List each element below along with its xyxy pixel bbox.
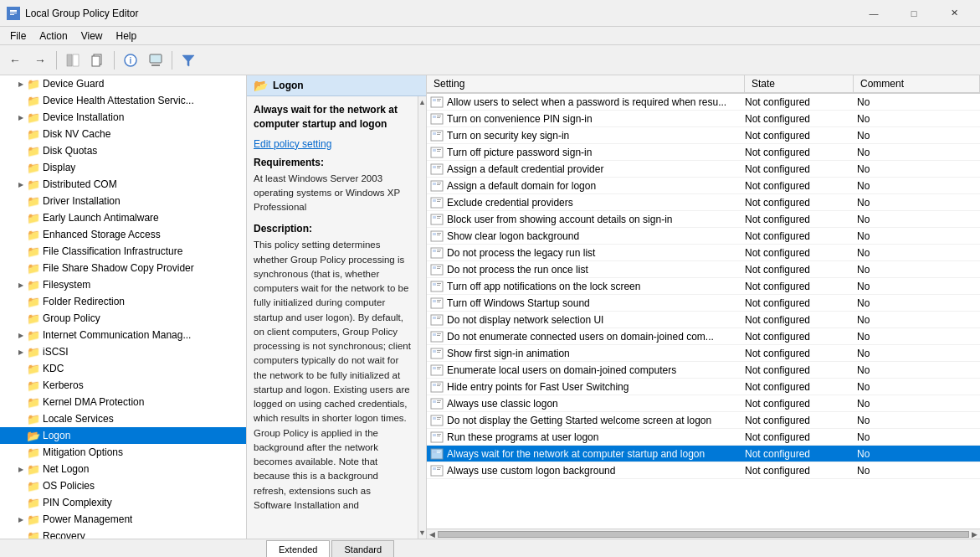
sidebar-item-driver-install[interactable]: ▶ 📁 Driver Installation	[0, 193, 246, 209]
table-row[interactable]: Block user from showing account details …	[427, 211, 980, 228]
back-button[interactable]: ←	[3, 49, 27, 72]
table-row[interactable]: Do not display network selection UI Not …	[427, 312, 980, 328]
table-row[interactable]: Show clear logon background Not configur…	[427, 228, 980, 245]
table-row[interactable]: Always use custom logon background Not c…	[427, 462, 980, 479]
sidebar-label-mitigation: Mitigation Options	[43, 446, 123, 458]
row-comment-0: No	[854, 96, 980, 108]
col-header-comment[interactable]: Comment	[854, 75, 980, 92]
copy-button[interactable]	[86, 49, 110, 72]
sidebar-item-logon[interactable]: ▶ 📂 Logon	[0, 427, 246, 444]
edit-policy-link[interactable]: Edit policy setting	[254, 138, 411, 150]
filter-button[interactable]	[177, 49, 200, 72]
sidebar-item-file-classification[interactable]: ▶ 📁 File Classification Infrastructure	[0, 243, 246, 260]
svg-rect-95	[437, 434, 441, 435]
svg-rect-90	[433, 417, 436, 420]
table-row[interactable]: Show first sign-in animation Not configu…	[427, 345, 980, 362]
show-hide-button[interactable]	[61, 49, 85, 72]
table-row[interactable]: Exclude credential providers Not configu…	[427, 194, 980, 211]
window-title: Local Group Policy Editor	[25, 8, 138, 19]
sidebar-item-iscsi[interactable]: ▶ 📁 iSCSI	[0, 343, 246, 360]
col-header-state[interactable]: State	[745, 75, 854, 92]
sidebar-item-kdc[interactable]: ▶ 📁 KDC	[0, 360, 246, 377]
table-row[interactable]: Turn off Windows Startup sound Not confi…	[427, 295, 980, 312]
sidebar-item-os-policies[interactable]: ▶ 📁 OS Policies	[0, 477, 246, 494]
table-row[interactable]: Do not process the run once list Not con…	[427, 261, 980, 278]
sidebar-item-pin-complexity[interactable]: ▶ 📁 PIN Complexity	[0, 494, 246, 511]
row-comment-17: No	[854, 381, 980, 393]
menu-help[interactable]: Help	[110, 28, 144, 44]
table-row[interactable]: Do not process the legacy run list Not c…	[427, 245, 980, 261]
sidebar-item-early-launch[interactable]: ▶ 📁 Early Launch Antimalware	[0, 209, 246, 226]
menu-file[interactable]: File	[3, 28, 33, 44]
sidebar-item-kerberos[interactable]: ▶ 📁 Kerberos	[0, 377, 246, 394]
sidebar-item-group-policy[interactable]: ▶ 📁 Group Policy	[0, 310, 246, 327]
folder-icon-file-share: 📁	[27, 261, 40, 275]
sidebar-item-device-guard[interactable]: ▶ 📁 Device Guard	[0, 75, 246, 92]
scroll-left-arrow[interactable]: ◀	[427, 530, 438, 539]
sidebar-item-kernel-dma[interactable]: ▶ 📁 Kernel DMA Protection	[0, 394, 246, 410]
table-row[interactable]: Enumerate local users on domain-joined c…	[427, 362, 980, 379]
sidebar-item-display[interactable]: ▶ 📁 Display	[0, 159, 246, 176]
row-setting-19: Do not display the Getting Started welco…	[447, 415, 745, 426]
menu-action[interactable]: Action	[33, 28, 74, 44]
horizontal-scrollbar[interactable]: ◀ ▶	[427, 529, 980, 539]
sidebar-item-file-share[interactable]: ▶ 📁 File Share Shadow Copy Provider	[0, 260, 246, 276]
row-icon-14	[427, 331, 447, 343]
table-row[interactable]: Turn off picture password sign-in Not co…	[427, 144, 980, 161]
info-button[interactable]: i	[119, 49, 142, 72]
svg-rect-7	[92, 56, 100, 66]
sidebar-item-disk-quotas[interactable]: ▶ 📁 Disk Quotas	[0, 142, 246, 159]
sidebar-item-net-logon[interactable]: ▶ 📁 Net Logon	[0, 461, 246, 477]
minimize-button[interactable]: —	[854, 0, 893, 27]
sidebar-label-display: Display	[43, 162, 75, 173]
table-row[interactable]: Run these programs at user logon Not con…	[427, 429, 980, 446]
scroll-up-arrow[interactable]: ▲	[418, 96, 426, 106]
svg-rect-3	[10, 14, 14, 15]
row-setting-4: Assign a default credential provider	[447, 163, 745, 175]
sidebar-item-power-management[interactable]: ▶ 📁 Power Management	[0, 511, 246, 528]
table-row[interactable]: Turn off app notifications on the lock s…	[427, 278, 980, 295]
requirements-label: Requirements:	[254, 157, 411, 168]
sidebar-item-folder-redirect[interactable]: ▶ 📁 Folder Redirection	[0, 293, 246, 310]
scroll-right-arrow[interactable]: ▶	[969, 530, 980, 539]
scroll-thumb[interactable]	[438, 531, 969, 538]
sidebar-item-disk-nv[interactable]: ▶ 📁 Disk NV Cache	[0, 126, 246, 142]
sidebar-item-locale-services[interactable]: ▶ 📁 Locale Services	[0, 410, 246, 427]
table-row[interactable]: Do not enumerate connected users on doma…	[427, 328, 980, 345]
tab-extended[interactable]: Extended	[266, 540, 330, 557]
row-comment-9: No	[854, 247, 980, 259]
col-header-setting[interactable]: Setting	[427, 75, 745, 92]
sidebar-item-mitigation[interactable]: ▶ 📁 Mitigation Options	[0, 444, 246, 461]
row-state-3: Not configured	[745, 147, 854, 158]
sidebar-label-locale-services: Locale Services	[43, 413, 114, 425]
maximize-button[interactable]: □	[895, 0, 933, 27]
table-row[interactable]: Turn on convenience PIN sign-in Not conf…	[427, 111, 980, 127]
table-row[interactable]: Assign a default domain for logon Not co…	[427, 178, 980, 194]
svg-rect-19	[437, 116, 441, 116]
row-state-5: Not configured	[745, 180, 854, 192]
properties-button[interactable]	[144, 49, 167, 72]
scroll-down-arrow[interactable]: ▼	[418, 529, 426, 539]
row-comment-18: No	[854, 398, 980, 410]
tab-standard[interactable]: Standard	[331, 540, 394, 557]
forward-button[interactable]: →	[28, 49, 52, 72]
menu-view[interactable]: View	[74, 28, 110, 44]
sidebar-item-device-health[interactable]: ▶ 📁 Device Health Attestation Servic...	[0, 92, 246, 109]
table-row[interactable]: Do not display the Getting Started welco…	[427, 412, 980, 429]
table-row[interactable]: Hide entry points for Fast User Switchin…	[427, 379, 980, 395]
middle-scrollbar[interactable]: ▲ ▼	[418, 96, 426, 539]
sidebar-item-filesystem[interactable]: ▶ 📁 Filesystem	[0, 276, 246, 293]
sidebar-item-distributed-com[interactable]: ▶ 📁 Distributed COM	[0, 176, 246, 193]
sidebar-item-internet-comm[interactable]: ▶ 📁 Internet Communication Manag...	[0, 327, 246, 343]
svg-rect-43	[437, 216, 441, 217]
table-row[interactable]: Allow users to select when a password is…	[427, 94, 980, 111]
sidebar-item-enhanced-storage[interactable]: ▶ 📁 Enhanced Storage Access	[0, 226, 246, 243]
svg-rect-1	[10, 10, 17, 12]
table-row[interactable]: Turn on security key sign-in Not configu…	[427, 127, 980, 144]
sidebar-item-recovery[interactable]: ▶ 📁 Recovery	[0, 528, 246, 539]
table-row-selected[interactable]: Always wait for the network at computer …	[427, 446, 980, 462]
close-button[interactable]: ✕	[935, 0, 973, 27]
sidebar-item-device-installation[interactable]: ▶ 📁 Device Installation	[0, 109, 246, 126]
table-row[interactable]: Always use classic logon Not configured …	[427, 395, 980, 412]
table-row[interactable]: Assign a default credential provider Not…	[427, 161, 980, 178]
